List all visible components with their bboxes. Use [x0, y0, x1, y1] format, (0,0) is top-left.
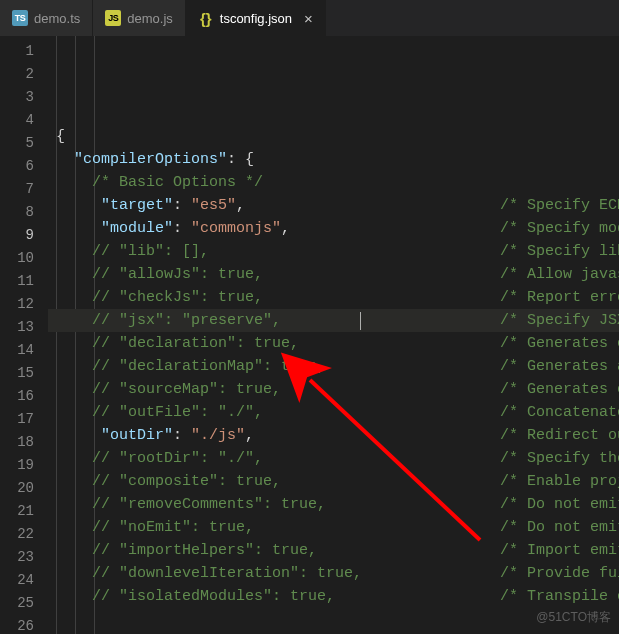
line-number: 11	[0, 270, 48, 293]
code-line[interactable]: // "lib": [],/* Specify libr	[48, 240, 619, 263]
line-number: 10	[0, 247, 48, 270]
line-number-gutter: 1234567891011121314151617181920212223242…	[0, 36, 48, 634]
tab-tsconfig-json[interactable]: {}tsconfig.json×	[186, 0, 326, 36]
code-line[interactable]: // "composite": true,/* Enable proje	[48, 470, 619, 493]
code-line[interactable]: // "noEmit": true,/* Do not emit	[48, 516, 619, 539]
tab-demo-js[interactable]: JSdemo.js	[93, 0, 186, 36]
tab-label: demo.js	[127, 11, 173, 26]
tab-label: demo.ts	[34, 11, 80, 26]
trailing-comment: /* Import emit	[500, 539, 619, 562]
code-line[interactable]	[48, 608, 619, 631]
line-number: 23	[0, 546, 48, 569]
line-number: 13	[0, 316, 48, 339]
code-line[interactable]: // "isolatedModules": true,/* Transpile …	[48, 585, 619, 608]
line-number: 24	[0, 569, 48, 592]
line-number: 6	[0, 155, 48, 178]
line-number: 25	[0, 592, 48, 615]
line-number: 12	[0, 293, 48, 316]
line-number: 15	[0, 362, 48, 385]
line-number: 2	[0, 63, 48, 86]
line-number: 14	[0, 339, 48, 362]
code-line[interactable]: // "checkJs": true,/* Report error	[48, 286, 619, 309]
trailing-comment: /* Generates co	[500, 332, 619, 355]
trailing-comment: /* Specify the	[500, 447, 619, 470]
code-line[interactable]: "module": "commonjs",/* Specify modu	[48, 217, 619, 240]
trailing-comment: /* Do not emit	[500, 493, 619, 516]
code-line[interactable]: // "declaration": true,/* Generates co	[48, 332, 619, 355]
line-number: 22	[0, 523, 48, 546]
code-line[interactable]: // "allowJs": true,/* Allow javasc	[48, 263, 619, 286]
code-line[interactable]: // "sourceMap": true,/* Generates co	[48, 378, 619, 401]
trailing-comment: /* Specify modu	[500, 217, 619, 240]
trailing-comment: /* Transpile ea	[500, 585, 619, 608]
tab-demo-ts[interactable]: TSdemo.ts	[0, 0, 93, 36]
trailing-comment: /* Enable proje	[500, 470, 619, 493]
file-icon-js: JS	[105, 10, 121, 26]
line-number: 3	[0, 86, 48, 109]
line-number: 5	[0, 132, 48, 155]
line-number: 18	[0, 431, 48, 454]
trailing-comment: /* Specify libr	[500, 240, 619, 263]
text-cursor	[360, 312, 361, 330]
code-line[interactable]: {	[48, 125, 619, 148]
trailing-comment: /* Concatenate	[500, 401, 619, 424]
line-number: 17	[0, 408, 48, 431]
close-icon[interactable]: ×	[304, 10, 313, 27]
line-number: 20	[0, 477, 48, 500]
code-line[interactable]: // "removeComments": true,/* Do not emit	[48, 493, 619, 516]
code-line[interactable]: "target": "es5",/* Specify ECMA	[48, 194, 619, 217]
code-line[interactable]: // "declarationMap": true,/* Generates a	[48, 355, 619, 378]
line-number: 4	[0, 109, 48, 132]
trailing-comment: /* Do not emit	[500, 516, 619, 539]
line-number: 8	[0, 201, 48, 224]
tab-bar: TSdemo.tsJSdemo.js{}tsconfig.json×	[0, 0, 619, 36]
line-number: 1	[0, 40, 48, 63]
trailing-comment: /* Generates co	[500, 378, 619, 401]
code-line[interactable]: "outDir": "./js",/* Redirect out	[48, 424, 619, 447]
file-icon-ts: TS	[12, 10, 28, 26]
line-number: 21	[0, 500, 48, 523]
line-number: 19	[0, 454, 48, 477]
line-number: 26	[0, 615, 48, 634]
code-line[interactable]: // "jsx": "preserve",/* Specify JSX	[48, 309, 619, 332]
tab-label: tsconfig.json	[220, 11, 292, 26]
file-icon-json: {}	[198, 10, 214, 26]
trailing-comment: /* Specify JSX	[500, 309, 619, 332]
code-line[interactable]: // "outFile": "./",/* Concatenate	[48, 401, 619, 424]
watermark: @51CTO博客	[536, 609, 611, 626]
trailing-comment: /* Allow javasc	[500, 263, 619, 286]
trailing-comment: /* Redirect out	[500, 424, 619, 447]
code-line[interactable]: "compilerOptions": {	[48, 148, 619, 171]
code-area[interactable]: { "compilerOptions": { /* Basic Options …	[48, 36, 619, 634]
trailing-comment: /* Specify ECMA	[500, 194, 619, 217]
code-line[interactable]: // "downlevelIteration": true,/* Provide…	[48, 562, 619, 585]
line-number: 16	[0, 385, 48, 408]
trailing-comment: /* Generates a	[500, 355, 619, 378]
line-number: 7	[0, 178, 48, 201]
trailing-comment: /* Report error	[500, 286, 619, 309]
code-line[interactable]: // "importHelpers": true,/* Import emit	[48, 539, 619, 562]
code-line[interactable]: /* Basic Options */	[48, 171, 619, 194]
code-line[interactable]: // "rootDir": "./",/* Specify the	[48, 447, 619, 470]
line-number: 9	[0, 224, 48, 247]
code-editor[interactable]: 1234567891011121314151617181920212223242…	[0, 36, 619, 634]
trailing-comment: /* Provide full	[500, 562, 619, 585]
